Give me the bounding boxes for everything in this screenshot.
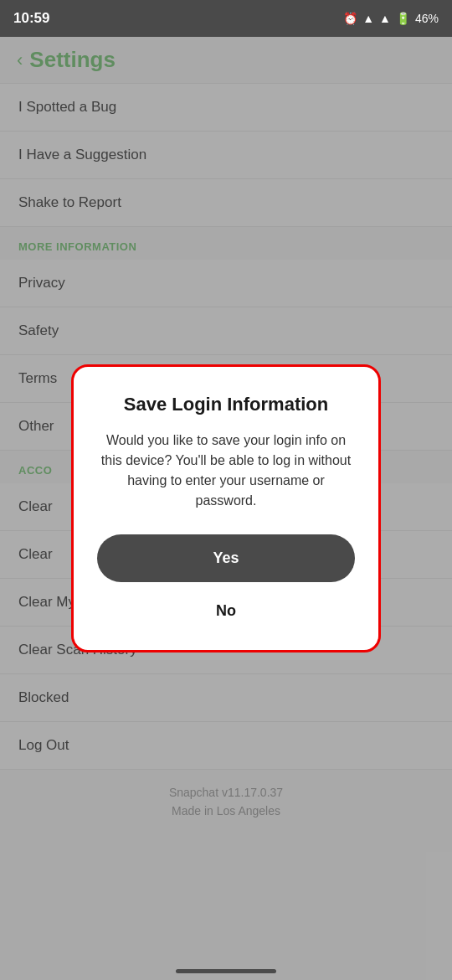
settings-page: ‹ Settings I Spotted a Bug I Have a Sugg… <box>0 37 452 980</box>
yes-button[interactable]: Yes <box>97 534 355 582</box>
alarm-icon: ⏰ <box>343 12 357 25</box>
dialog-overlay: Save Login Information Would you like to… <box>0 37 452 980</box>
status-icons: ⏰ ▲ ▲ 🔋 46% <box>343 12 439 25</box>
no-button[interactable]: No <box>209 596 243 627</box>
status-bar: 10:59 ⏰ ▲ ▲ 🔋 46% <box>0 0 452 37</box>
status-time: 10:59 <box>13 10 49 27</box>
signal-icon: ▲ <box>379 12 391 25</box>
save-login-dialog: Save Login Information Would you like to… <box>71 364 381 652</box>
dialog-body: Would you like to save your login info o… <box>97 431 355 511</box>
battery-percent: 46% <box>415 12 439 25</box>
dialog-title: Save Login Information <box>124 394 328 415</box>
battery-icon: 🔋 <box>396 12 410 25</box>
wifi-icon: ▲ <box>362 12 374 25</box>
